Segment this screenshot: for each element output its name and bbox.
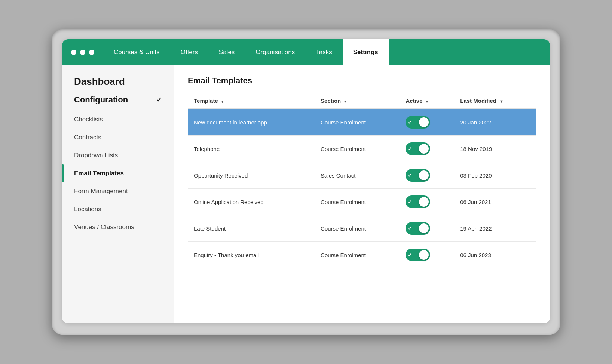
toggle-wrap	[406, 116, 448, 129]
sidebar-item-contracts[interactable]: Contracts	[62, 129, 174, 146]
toggle-wrap	[406, 249, 448, 261]
sidebar: Dashboard Configuration ✓ Checklists Con…	[62, 65, 174, 323]
window-dot-3	[89, 50, 94, 55]
toggle-switch[interactable]	[406, 169, 430, 182]
cell-template: New document in learner app	[188, 109, 315, 136]
cell-active[interactable]	[400, 215, 454, 242]
cell-active[interactable]	[400, 136, 454, 162]
cell-active[interactable]	[400, 189, 454, 215]
table-row[interactable]: TelephoneCourse Enrolment 18 Nov 2019	[188, 136, 536, 162]
col-header-template[interactable]: Template ⬧	[188, 93, 315, 109]
window: Courses & Units Offers Sales Organisatio…	[62, 39, 550, 323]
sidebar-item-venues-classrooms[interactable]: Venues / Classrooms	[62, 218, 174, 236]
toggle-switch[interactable]	[406, 249, 430, 261]
tab-offers[interactable]: Offers	[170, 39, 208, 65]
cell-last-modified: 19 Apri 2022	[454, 215, 536, 242]
sidebar-configuration-label: Configuration	[74, 95, 128, 105]
toggle-wrap	[406, 195, 448, 208]
chevron-down-icon: ✓	[156, 96, 162, 104]
toggle-switch[interactable]	[406, 142, 430, 155]
col-header-section[interactable]: Section ⬧	[315, 93, 400, 109]
cell-section: Course Enrolment	[315, 242, 400, 268]
sidebar-configuration-header[interactable]: Configuration ✓	[62, 95, 174, 111]
sidebar-item-form-management[interactable]: Form Management	[62, 182, 174, 200]
cell-last-modified: 06 Jun 2023	[454, 242, 536, 268]
cell-template: Telephone	[188, 136, 315, 162]
sidebar-item-locations[interactable]: Locations	[62, 200, 174, 218]
cell-section: Course Enrolment	[315, 136, 400, 162]
cell-last-modified: 18 Nov 2019	[454, 136, 536, 162]
cell-active[interactable]	[400, 242, 454, 268]
toggle-switch[interactable]	[406, 116, 430, 129]
table-row[interactable]: Late StudentCourse Enrolment 19 Apri 202…	[188, 215, 536, 242]
cell-template: Enquiry - Thank you email	[188, 242, 315, 268]
tab-tasks[interactable]: Tasks	[305, 39, 342, 65]
table-row[interactable]: Opportunity ReceivedSales Contact 03 Feb…	[188, 162, 536, 189]
cell-section: Course Enrolment	[315, 189, 400, 215]
device-frame: Courses & Units Offers Sales Organisatio…	[52, 29, 560, 335]
email-templates-table: Template ⬧ Section ⬧ Active ⬧	[188, 93, 536, 268]
toggle-switch[interactable]	[406, 222, 430, 235]
cell-active[interactable]	[400, 162, 454, 189]
tab-sales[interactable]: Sales	[208, 39, 245, 65]
cell-template: Late Student	[188, 215, 315, 242]
cell-last-modified: 03 Feb 2020	[454, 162, 536, 189]
top-bar: Courses & Units Offers Sales Organisatio…	[62, 39, 550, 65]
col-header-last-modified[interactable]: Last Modified ▼	[454, 93, 536, 109]
cell-template: Online Application Received	[188, 189, 315, 215]
sidebar-dashboard-label: Dashboard	[62, 76, 174, 95]
col-header-active[interactable]: Active ⬧	[400, 93, 454, 109]
cell-last-modified: 20 Jan 2022	[454, 109, 536, 136]
table-row[interactable]: New document in learner appCourse Enrolm…	[188, 109, 536, 136]
tab-settings[interactable]: Settings	[343, 39, 389, 65]
cell-active[interactable]	[400, 109, 454, 136]
table-row[interactable]: Online Application ReceivedCourse Enrolm…	[188, 189, 536, 215]
toggle-wrap	[406, 142, 448, 155]
sidebar-item-dropdown-lists[interactable]: Dropdown Lists	[62, 146, 174, 164]
sort-section-icon: ⬧	[344, 99, 346, 104]
cell-last-modified: 06 Jun 2021	[454, 189, 536, 215]
sort-last-modified-icon: ▼	[499, 99, 504, 104]
sidebar-item-email-templates[interactable]: Email Templates	[62, 164, 174, 182]
window-dot-2	[80, 50, 85, 55]
sort-template-icon: ⬧	[221, 99, 224, 104]
window-dot-1	[71, 50, 76, 55]
toggle-wrap	[406, 169, 448, 182]
tab-courses[interactable]: Courses & Units	[103, 39, 170, 65]
cell-section: Course Enrolment	[315, 215, 400, 242]
tab-organisations[interactable]: Organisations	[245, 39, 305, 65]
cell-section: Course Enrolment	[315, 109, 400, 136]
content-area: Email Templates Template ⬧ Section ⬧	[174, 65, 550, 323]
toggle-switch[interactable]	[406, 195, 430, 208]
table-header-row: Template ⬧ Section ⬧ Active ⬧	[188, 93, 536, 109]
cell-section: Sales Contact	[315, 162, 400, 189]
window-controls	[62, 39, 103, 65]
main-layout: Dashboard Configuration ✓ Checklists Con…	[62, 65, 550, 323]
cell-template: Opportunity Received	[188, 162, 315, 189]
sort-active-icon: ⬧	[426, 99, 428, 104]
page-title: Email Templates	[188, 76, 536, 86]
nav-tabs: Courses & Units Offers Sales Organisatio…	[103, 39, 550, 65]
table-row[interactable]: Enquiry - Thank you emailCourse Enrolmen…	[188, 242, 536, 268]
sidebar-item-checklists[interactable]: Checklists	[62, 111, 174, 129]
toggle-wrap	[406, 222, 448, 235]
